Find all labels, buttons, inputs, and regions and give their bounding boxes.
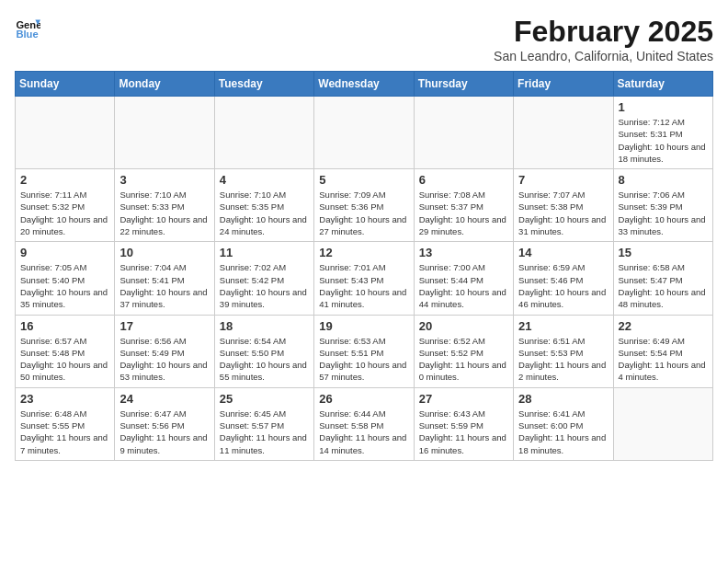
day-info: Sunrise: 6:52 AM Sunset: 5:52 PM Dayligh… — [419, 335, 508, 384]
calendar-day-cell: 7Sunrise: 7:07 AM Sunset: 5:38 PM Daylig… — [514, 169, 613, 242]
calendar-day-cell: 9Sunrise: 7:05 AM Sunset: 5:40 PM Daylig… — [16, 242, 115, 315]
day-number: 22 — [619, 319, 708, 333]
calendar-day-cell — [115, 97, 214, 169]
day-number: 19 — [319, 319, 408, 333]
calendar-day-cell: 26Sunrise: 6:44 AM Sunset: 5:58 PM Dayli… — [314, 387, 414, 460]
day-info: Sunrise: 7:07 AM Sunset: 5:38 PM Dayligh… — [518, 189, 608, 237]
day-number: 5 — [319, 173, 408, 187]
day-number: 12 — [319, 246, 408, 259]
page-header: General Blue February 2025 San Leandro, … — [15, 15, 713, 63]
day-info: Sunrise: 7:06 AM Sunset: 5:39 PM Dayligh… — [619, 189, 708, 237]
calendar-day-cell: 1Sunrise: 7:12 AM Sunset: 5:31 PM Daylig… — [613, 97, 712, 169]
calendar-day-cell: 21Sunrise: 6:51 AM Sunset: 5:53 PM Dayli… — [514, 315, 613, 387]
calendar-day-cell: 13Sunrise: 7:00 AM Sunset: 5:44 PM Dayli… — [414, 242, 513, 315]
day-info: Sunrise: 7:01 AM Sunset: 5:43 PM Dayligh… — [319, 261, 408, 310]
calendar-day-cell: 15Sunrise: 6:58 AM Sunset: 5:47 PM Dayli… — [613, 242, 712, 315]
calendar-day-cell: 12Sunrise: 7:01 AM Sunset: 5:43 PM Dayli… — [314, 242, 414, 315]
calendar-body: 1Sunrise: 7:12 AM Sunset: 5:31 PM Daylig… — [16, 97, 713, 461]
calendar-day-cell: 14Sunrise: 6:59 AM Sunset: 5:46 PM Dayli… — [514, 242, 613, 315]
calendar-day-cell — [214, 97, 313, 169]
calendar-day-cell: 10Sunrise: 7:04 AM Sunset: 5:41 PM Dayli… — [115, 242, 214, 315]
svg-text:Blue: Blue — [16, 29, 38, 40]
calendar-day-cell: 25Sunrise: 6:45 AM Sunset: 5:57 PM Dayli… — [214, 387, 313, 460]
calendar-table: SundayMondayTuesdayWednesdayThursdayFrid… — [15, 71, 713, 461]
day-info: Sunrise: 7:12 AM Sunset: 5:31 PM Dayligh… — [619, 116, 708, 165]
day-number: 11 — [220, 246, 309, 259]
day-number: 27 — [419, 392, 508, 406]
day-number: 4 — [220, 173, 309, 187]
calendar-day-cell: 6Sunrise: 7:08 AM Sunset: 5:37 PM Daylig… — [414, 169, 513, 242]
calendar-week-row: 23Sunrise: 6:48 AM Sunset: 5:55 PM Dayli… — [16, 387, 713, 460]
logo-icon: General Blue — [15, 15, 40, 40]
calendar-week-row: 1Sunrise: 7:12 AM Sunset: 5:31 PM Daylig… — [16, 97, 713, 169]
day-number: 21 — [518, 319, 608, 333]
calendar-day-cell: 27Sunrise: 6:43 AM Sunset: 5:59 PM Dayli… — [414, 387, 513, 460]
day-number: 16 — [20, 319, 109, 333]
day-number: 9 — [20, 246, 109, 259]
calendar-day-cell — [514, 97, 613, 169]
day-info: Sunrise: 7:11 AM Sunset: 5:32 PM Dayligh… — [20, 189, 109, 237]
day-info: Sunrise: 6:56 AM Sunset: 5:49 PM Dayligh… — [119, 335, 209, 384]
day-number: 6 — [419, 173, 508, 187]
weekday-header-cell: Sunday — [16, 72, 115, 97]
calendar-day-cell: 4Sunrise: 7:10 AM Sunset: 5:35 PM Daylig… — [214, 169, 313, 242]
weekday-header-cell: Friday — [514, 72, 613, 97]
day-info: Sunrise: 6:49 AM Sunset: 5:54 PM Dayligh… — [619, 335, 708, 384]
calendar-day-cell: 2Sunrise: 7:11 AM Sunset: 5:32 PM Daylig… — [16, 169, 115, 242]
title-area: February 2025 San Leandro, California, U… — [494, 15, 713, 63]
day-info: Sunrise: 7:02 AM Sunset: 5:42 PM Dayligh… — [220, 261, 309, 310]
calendar-week-row: 2Sunrise: 7:11 AM Sunset: 5:32 PM Daylig… — [16, 169, 713, 242]
day-number: 13 — [419, 246, 508, 259]
calendar-day-cell: 20Sunrise: 6:52 AM Sunset: 5:52 PM Dayli… — [414, 315, 513, 387]
calendar-day-cell: 23Sunrise: 6:48 AM Sunset: 5:55 PM Dayli… — [16, 387, 115, 460]
calendar-day-cell: 8Sunrise: 7:06 AM Sunset: 5:39 PM Daylig… — [613, 169, 712, 242]
day-info: Sunrise: 6:47 AM Sunset: 5:56 PM Dayligh… — [119, 408, 209, 456]
calendar-day-cell: 3Sunrise: 7:10 AM Sunset: 5:33 PM Daylig… — [115, 169, 214, 242]
day-info: Sunrise: 6:45 AM Sunset: 5:57 PM Dayligh… — [220, 408, 309, 456]
weekday-header-cell: Tuesday — [214, 72, 313, 97]
day-info: Sunrise: 6:54 AM Sunset: 5:50 PM Dayligh… — [220, 335, 309, 384]
calendar-day-cell: 16Sunrise: 6:57 AM Sunset: 5:48 PM Dayli… — [16, 315, 115, 387]
day-info: Sunrise: 6:53 AM Sunset: 5:51 PM Dayligh… — [319, 335, 408, 384]
day-number: 2 — [20, 173, 109, 187]
day-number: 24 — [119, 392, 209, 406]
day-number: 7 — [518, 173, 608, 187]
day-number: 8 — [619, 173, 708, 187]
day-info: Sunrise: 6:48 AM Sunset: 5:55 PM Dayligh… — [20, 408, 109, 456]
day-info: Sunrise: 7:00 AM Sunset: 5:44 PM Dayligh… — [419, 261, 508, 310]
location-title: San Leandro, California, United States — [494, 49, 713, 63]
day-number: 3 — [119, 173, 209, 187]
calendar-day-cell: 28Sunrise: 6:41 AM Sunset: 6:00 PM Dayli… — [514, 387, 613, 460]
day-info: Sunrise: 7:05 AM Sunset: 5:40 PM Dayligh… — [20, 261, 109, 310]
day-info: Sunrise: 6:57 AM Sunset: 5:48 PM Dayligh… — [20, 335, 109, 384]
calendar-week-row: 16Sunrise: 6:57 AM Sunset: 5:48 PM Dayli… — [16, 315, 713, 387]
weekday-header-row: SundayMondayTuesdayWednesdayThursdayFrid… — [16, 72, 713, 97]
calendar-day-cell — [613, 387, 712, 460]
day-number: 15 — [619, 246, 708, 259]
calendar-day-cell: 22Sunrise: 6:49 AM Sunset: 5:54 PM Dayli… — [613, 315, 712, 387]
day-number: 20 — [419, 319, 508, 333]
day-number: 18 — [220, 319, 309, 333]
calendar-day-cell: 5Sunrise: 7:09 AM Sunset: 5:36 PM Daylig… — [314, 169, 414, 242]
day-info: Sunrise: 6:59 AM Sunset: 5:46 PM Dayligh… — [518, 261, 608, 310]
day-info: Sunrise: 7:08 AM Sunset: 5:37 PM Dayligh… — [419, 189, 508, 237]
calendar-day-cell: 18Sunrise: 6:54 AM Sunset: 5:50 PM Dayli… — [214, 315, 313, 387]
day-number: 23 — [20, 392, 109, 406]
calendar-day-cell: 19Sunrise: 6:53 AM Sunset: 5:51 PM Dayli… — [314, 315, 414, 387]
weekday-header-cell: Monday — [115, 72, 214, 97]
weekday-header-cell: Wednesday — [314, 72, 414, 97]
day-number: 26 — [319, 392, 408, 406]
logo: General Blue — [15, 15, 40, 40]
calendar-day-cell: 17Sunrise: 6:56 AM Sunset: 5:49 PM Dayli… — [115, 315, 214, 387]
day-number: 14 — [518, 246, 608, 259]
day-info: Sunrise: 7:10 AM Sunset: 5:33 PM Dayligh… — [119, 189, 209, 237]
day-info: Sunrise: 7:09 AM Sunset: 5:36 PM Dayligh… — [319, 189, 408, 237]
day-number: 28 — [518, 392, 608, 406]
day-info: Sunrise: 7:10 AM Sunset: 5:35 PM Dayligh… — [220, 189, 309, 237]
calendar-day-cell: 11Sunrise: 7:02 AM Sunset: 5:42 PM Dayli… — [214, 242, 313, 315]
weekday-header-cell: Thursday — [414, 72, 513, 97]
month-title: February 2025 — [494, 15, 713, 49]
day-number: 17 — [119, 319, 209, 333]
day-number: 1 — [619, 100, 708, 114]
calendar-day-cell: 24Sunrise: 6:47 AM Sunset: 5:56 PM Dayli… — [115, 387, 214, 460]
